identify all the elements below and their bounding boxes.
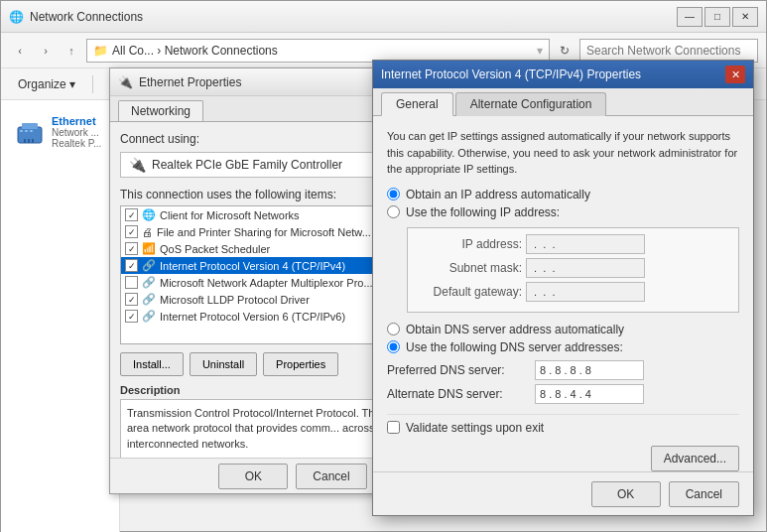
default-gateway-input bbox=[526, 282, 645, 302]
advanced-button[interactable]: Advanced... bbox=[651, 446, 739, 471]
tab-alternate[interactable]: Alternate Configuration bbox=[455, 92, 607, 116]
checkbox-lldp[interactable]: ✓ bbox=[125, 293, 138, 306]
auto-ip-label: Obtain an IP address automatically bbox=[406, 188, 590, 201]
address-path: All Co... › Network Connections bbox=[112, 44, 278, 58]
connection-type2: Realtek P... bbox=[52, 138, 106, 149]
tcp-cancel-button[interactable]: Cancel bbox=[669, 481, 739, 507]
item-label: Internet Protocol Version 6 (TCP/IPv6) bbox=[160, 311, 345, 323]
address-box[interactable]: 📁 All Co... › Network Connections ▾ bbox=[86, 39, 550, 63]
back-button[interactable]: ‹ bbox=[9, 40, 31, 62]
alternate-dns-label: Alternate DNS server: bbox=[387, 387, 531, 401]
organize-dropdown-icon: ▾ bbox=[69, 77, 75, 91]
titlebar-controls: — □ ✕ bbox=[677, 7, 758, 27]
search-input[interactable] bbox=[579, 39, 758, 63]
ip-address-label: IP address: bbox=[418, 237, 522, 251]
toolbar-separator bbox=[92, 75, 93, 93]
item-label: Internet Protocol Version 4 (TCP/IPv4) bbox=[160, 260, 345, 272]
auto-dns-radio[interactable] bbox=[387, 323, 400, 335]
adapter-icon: 🔌 bbox=[129, 157, 146, 173]
multiplexor-icon: 🔗 bbox=[142, 276, 156, 289]
preferred-dns-row: Preferred DNS server: bbox=[387, 360, 739, 380]
item-label: QoS Packet Scheduler bbox=[160, 243, 270, 255]
checkbox-ipv4[interactable]: ✓ bbox=[125, 259, 138, 272]
organize-label: Organize bbox=[18, 77, 66, 91]
auto-ip-radio[interactable] bbox=[387, 188, 400, 200]
checkbox-ipv6[interactable]: ✓ bbox=[125, 310, 138, 323]
ip-address-input bbox=[526, 234, 645, 254]
validate-checkbox[interactable] bbox=[387, 421, 400, 434]
manual-dns-label: Use the following DNS server addresses: bbox=[406, 340, 623, 354]
default-gateway-row: Default gateway: bbox=[418, 282, 728, 302]
eth-cancel-button[interactable]: Cancel bbox=[296, 464, 366, 489]
checkbox-sharing[interactable]: ✓ bbox=[125, 225, 138, 238]
eth-icon: 🔌 bbox=[118, 75, 133, 89]
window-icon: 🌐 bbox=[9, 10, 24, 24]
validate-label: Validate settings upon exit bbox=[406, 421, 544, 435]
manual-ip-label: Use the following IP address: bbox=[406, 205, 560, 219]
window-title: Network Connections bbox=[30, 10, 671, 24]
tcp-dialog-footer: OK Cancel bbox=[373, 471, 753, 515]
qos-icon: 📶 bbox=[142, 242, 156, 255]
properties-button[interactable]: Properties bbox=[263, 352, 338, 376]
manual-ip-row: Use the following IP address: bbox=[387, 205, 739, 219]
checkbox-client[interactable]: ✓ bbox=[125, 208, 138, 221]
tcp-dialog-title: Internet Protocol Version 4 (TCP/IPv4) P… bbox=[381, 67, 719, 81]
connection-type1: Network ... bbox=[52, 127, 106, 138]
validate-row: Validate settings upon exit bbox=[387, 414, 739, 441]
checkbox-multiplexor[interactable] bbox=[125, 276, 138, 289]
subnet-mask-label: Subnet mask: bbox=[418, 261, 522, 275]
alternate-dns-input[interactable] bbox=[535, 384, 644, 404]
refresh-button[interactable]: ↻ bbox=[554, 40, 575, 62]
tcpip-properties-dialog: Internet Protocol Version 4 (TCP/IPv4) P… bbox=[372, 60, 754, 516]
auto-ip-group: Obtain an IP address automatically Use t… bbox=[387, 188, 739, 219]
auto-dns-label: Obtain DNS server address automatically bbox=[406, 323, 624, 336]
ipv4-icon: 🔗 bbox=[142, 259, 156, 272]
adapter-name: Realtek PCIe GbE Family Controller bbox=[152, 158, 342, 172]
close-button[interactable]: ✕ bbox=[732, 7, 758, 27]
tcp-close-button[interactable]: ✕ bbox=[725, 66, 745, 83]
auto-ip-row: Obtain an IP address automatically bbox=[387, 188, 739, 201]
svg-rect-7 bbox=[30, 130, 33, 132]
ethernet-connection-item[interactable]: Ethernet Network ... Realtek P... bbox=[9, 108, 111, 156]
preferred-dns-input[interactable] bbox=[535, 360, 644, 380]
svg-rect-6 bbox=[25, 130, 28, 132]
install-button[interactable]: Install... bbox=[120, 352, 184, 376]
share-icon: 🖨 bbox=[142, 226, 153, 238]
eth-ok-button[interactable]: OK bbox=[218, 464, 288, 489]
auto-dns-row: Obtain DNS server address automatically bbox=[387, 323, 739, 336]
checkbox-qos[interactable]: ✓ bbox=[125, 242, 138, 255]
tcp-content: You can get IP settings assigned automat… bbox=[373, 116, 753, 453]
svg-rect-1 bbox=[22, 123, 38, 129]
subnet-mask-row: Subnet mask: bbox=[418, 258, 728, 278]
tcp-ok-button[interactable]: OK bbox=[591, 481, 661, 507]
connection-info: Ethernet Network ... Realtek P... bbox=[52, 115, 106, 149]
manual-ip-radio[interactable] bbox=[387, 205, 400, 218]
alternate-dns-row: Alternate DNS server: bbox=[387, 384, 739, 404]
tcp-tabs: General Alternate Configuration bbox=[373, 88, 753, 116]
maximize-button[interactable]: □ bbox=[704, 7, 730, 27]
item-label: Client for Microsoft Networks bbox=[160, 209, 300, 221]
eth-networking-tab[interactable]: Networking bbox=[118, 100, 203, 121]
tcp-description: You can get IP settings assigned automat… bbox=[387, 128, 739, 178]
svg-rect-4 bbox=[32, 139, 34, 143]
ipv6-icon: 🔗 bbox=[142, 310, 156, 323]
tab-general[interactable]: General bbox=[381, 92, 453, 116]
minimize-button[interactable]: — bbox=[677, 7, 703, 27]
up-button[interactable]: ↑ bbox=[61, 40, 82, 62]
uninstall-button[interactable]: Uninstall bbox=[190, 352, 257, 376]
item-label: Microsoft Network Adapter Multiplexor Pr… bbox=[160, 277, 373, 289]
tcp-titlebar: Internet Protocol Version 4 (TCP/IPv4) P… bbox=[373, 61, 753, 88]
svg-rect-5 bbox=[20, 130, 23, 132]
forward-button[interactable]: › bbox=[35, 40, 57, 62]
item-label: Microsoft LLDP Protocol Driver bbox=[160, 294, 310, 306]
svg-rect-3 bbox=[28, 139, 30, 143]
default-gateway-label: Default gateway: bbox=[418, 285, 522, 299]
dns-section: Obtain DNS server address automatically … bbox=[387, 323, 739, 404]
organize-button[interactable]: Organize ▾ bbox=[9, 71, 84, 97]
manual-dns-radio[interactable] bbox=[387, 340, 400, 353]
folder-icon: 📁 bbox=[93, 44, 108, 58]
connection-name: Ethernet bbox=[52, 115, 106, 127]
ethernet-icon bbox=[14, 115, 46, 147]
subnet-mask-input bbox=[526, 258, 645, 278]
connection-list: Ethernet Network ... Realtek P... bbox=[1, 100, 120, 532]
